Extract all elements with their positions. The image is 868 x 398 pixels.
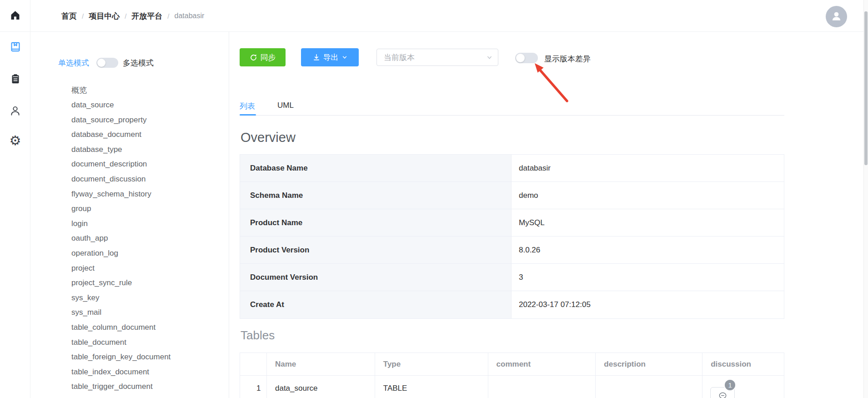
header-index <box>240 353 267 375</box>
header-comment: comment <box>488 353 596 375</box>
table-row: Database Name databasir <box>240 155 784 182</box>
avatar-person-icon <box>830 10 843 24</box>
tab-bar-border <box>240 115 784 116</box>
list-item[interactable]: operation_log <box>71 246 226 261</box>
tab-uml[interactable]: UML <box>277 101 294 110</box>
list-item[interactable]: data_source <box>71 98 226 113</box>
user-avatar[interactable] <box>826 6 847 27</box>
list-item[interactable]: group <box>71 202 226 217</box>
row-label: Create At <box>240 291 512 318</box>
refresh-icon <box>250 54 257 61</box>
row-label: Schema Name <box>240 182 512 209</box>
row-value: MySQL <box>512 209 784 236</box>
overview-title: Overview <box>241 130 296 145</box>
gear-icon: ⚙ <box>10 134 21 147</box>
list-item[interactable]: flyway_schema_history <box>71 186 226 202</box>
overview-table: Database Name databasir Schema Name demo… <box>240 154 784 319</box>
list-item[interactable]: table_trigger_document <box>71 379 226 394</box>
mode-toggle[interactable] <box>96 58 118 68</box>
user-icon <box>9 105 21 119</box>
header-name: Name <box>267 353 375 375</box>
row-value: 2022-03-17 07:12:05 <box>512 291 784 318</box>
row-label: Database Name <box>240 155 512 181</box>
icon-rail-divider <box>30 0 30 398</box>
table-row: Create At 2022-03-17 07:12:05 <box>240 291 784 318</box>
table-list: 概览 data_source data_source_property data… <box>71 83 226 394</box>
header-type: Type <box>375 353 488 375</box>
clipboard-icon <box>10 73 21 86</box>
cell-index: 1 <box>240 376 267 398</box>
version-select-placeholder: 当前版本 <box>384 52 415 63</box>
speech-bubble-icon <box>718 392 728 398</box>
export-button-label: 导出 <box>323 52 339 63</box>
cell-discussion: 1 <box>702 376 784 398</box>
chevron-down-icon <box>487 55 492 60</box>
book-icon <box>10 41 21 55</box>
list-item[interactable]: sys_key <box>71 291 226 306</box>
breadcrumb-separator: / <box>82 12 84 20</box>
sidebar-nav-users[interactable] <box>0 105 30 119</box>
table-row: Schema Name demo <box>240 182 784 209</box>
list-item[interactable]: data_source_property <box>71 112 226 127</box>
breadcrumb-project-center[interactable]: 项目中心 <box>89 11 120 21</box>
table-row: Product Version 8.0.26 <box>240 237 784 264</box>
active-tab-indicator <box>240 114 256 116</box>
breadcrumb-separator: / <box>125 12 126 20</box>
single-mode-label: 单选模式 <box>58 58 89 68</box>
tables-grid-header: Name Type comment description discussion <box>240 353 784 376</box>
breadcrumb-open-platform[interactable]: 开放平台 <box>131 11 162 21</box>
panel-divider <box>229 32 229 398</box>
sync-button-label: 同步 <box>261 52 276 63</box>
sidebar-nav-settings[interactable]: ⚙ <box>0 134 30 147</box>
sync-button[interactable]: 同步 <box>240 48 286 66</box>
cell-type: TABLE <box>375 376 488 398</box>
chevron-down-icon <box>342 55 347 60</box>
discussion-count-badge: 1 <box>724 379 736 391</box>
list-item[interactable]: database_type <box>71 142 226 157</box>
row-value: databasir <box>512 155 784 181</box>
header-description: description <box>596 353 702 375</box>
list-item[interactable]: project <box>71 261 226 276</box>
row-label: Product Version <box>240 237 512 263</box>
list-item[interactable]: document_discussion <box>71 172 226 187</box>
row-label: Document Version <box>240 264 512 291</box>
row-value: 8.0.26 <box>512 237 784 263</box>
version-select[interactable]: 当前版本 <box>376 49 498 66</box>
row-value: demo <box>512 182 784 209</box>
list-item[interactable]: document_description <box>71 157 226 172</box>
tab-list[interactable]: 列表 <box>240 101 255 111</box>
window-scrollbar-thumb[interactable] <box>864 11 868 165</box>
breadcrumb: 首页 / 项目中心 / 开放平台 / databasir <box>61 0 204 32</box>
cell-description <box>596 376 702 398</box>
tables-grid: Name Type comment description discussion… <box>240 353 784 398</box>
show-diff-toggle[interactable] <box>515 53 538 63</box>
list-item[interactable]: table_index_document <box>71 365 226 380</box>
list-item[interactable]: sys_mail <box>71 305 226 320</box>
table-row: Document Version 3 <box>240 264 784 291</box>
list-item[interactable]: login <box>71 216 226 231</box>
cell-comment <box>488 376 596 398</box>
header-discussion: discussion <box>702 353 784 375</box>
list-item[interactable]: database_document <box>71 127 226 142</box>
sidebar-nav-documents[interactable] <box>0 41 30 55</box>
breadcrumb-separator: / <box>167 12 169 20</box>
list-item[interactable]: oauth_app <box>71 231 226 246</box>
list-item[interactable]: project_sync_rule <box>71 276 226 291</box>
cell-name[interactable]: data_source <box>267 376 375 398</box>
table-row: Product Name MySQL <box>240 209 784 237</box>
export-button[interactable]: 导出 <box>301 48 359 66</box>
row-value: 3 <box>512 264 784 291</box>
row-label: Product Name <box>240 209 512 236</box>
list-item-overview[interactable]: 概览 <box>71 83 226 98</box>
breadcrumb-current-project: databasir <box>175 12 205 20</box>
tables-title: Tables <box>241 328 275 343</box>
list-item[interactable]: table_column_document <box>71 320 226 335</box>
table-row: 1 data_source TABLE 1 <box>240 376 784 398</box>
breadcrumb-home[interactable]: 首页 <box>61 11 77 21</box>
list-item[interactable]: table_foreign_key_document <box>71 350 226 365</box>
list-item[interactable]: table_document <box>71 335 226 350</box>
multi-mode-label: 多选模式 <box>123 58 154 68</box>
download-icon <box>313 54 320 61</box>
sidebar-nav-tasks[interactable] <box>0 73 30 86</box>
sidebar-nav-home[interactable] <box>0 10 30 23</box>
